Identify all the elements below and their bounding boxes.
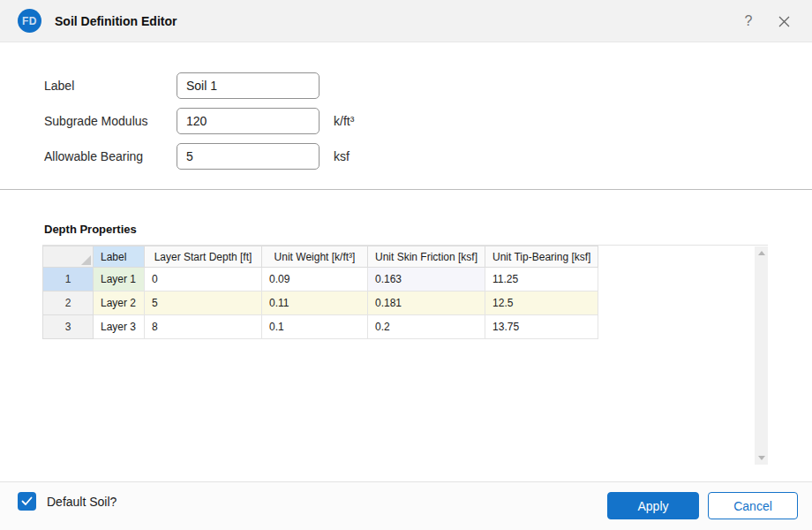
- column-header-label[interactable]: Label: [94, 246, 145, 268]
- table-row: 1 Layer 1 0 0.09 0.163 11.25: [43, 268, 598, 292]
- help-icon: ?: [745, 13, 753, 29]
- depth-properties-grid: Label Layer Start Depth [ft] Unit Weight…: [42, 245, 768, 464]
- allowable-bearing-unit: ksf: [334, 149, 350, 163]
- title-bar: FD Soil Definition Editor ?: [0, 0, 812, 42]
- logo-text: FD: [22, 15, 37, 27]
- column-header-unit-tip-bearing[interactable]: Unit Tip-Bearing [ksf]: [485, 246, 598, 268]
- cell-layer-label[interactable]: Layer 3: [94, 315, 145, 339]
- titlebar-actions: ?: [734, 0, 812, 42]
- cell-start-depth[interactable]: 0: [145, 268, 262, 292]
- label-input[interactable]: [177, 72, 320, 99]
- default-soil-checkbox-wrap[interactable]: Default Soil?: [18, 492, 117, 511]
- window-title: Soil Definition Editor: [55, 14, 177, 28]
- default-soil-label: Default Soil?: [47, 495, 117, 509]
- allowable-bearing-input[interactable]: [177, 143, 320, 170]
- form-row-subgrade-modulus: Subgrade Modulus k/ft³: [44, 108, 812, 134]
- help-button[interactable]: ?: [734, 7, 763, 35]
- cell-layer-label[interactable]: Layer 1: [94, 268, 145, 292]
- corner-triangle-icon: [81, 255, 91, 265]
- close-icon: [778, 15, 791, 28]
- cell-tip-bearing[interactable]: 13.75: [485, 315, 598, 339]
- cell-unit-weight[interactable]: 0.11: [262, 292, 368, 315]
- row-number[interactable]: 3: [43, 315, 94, 339]
- column-header-unit-weight[interactable]: Unit Weight [k/ft³]: [262, 246, 368, 268]
- column-header-unit-skin-friction[interactable]: Unit Skin Friction [ksf]: [368, 246, 485, 268]
- vertical-scrollbar[interactable]: [755, 246, 768, 465]
- subgrade-modulus-label: Subgrade Modulus: [44, 114, 177, 128]
- cell-skin-friction[interactable]: 0.181: [368, 292, 485, 315]
- depth-properties-table: Label Layer Start Depth [ft] Unit Weight…: [42, 246, 598, 339]
- row-number[interactable]: 2: [43, 292, 94, 315]
- close-button[interactable]: [770, 7, 798, 35]
- column-header-layer-start-depth[interactable]: Layer Start Depth [ft]: [145, 246, 262, 268]
- grid-header-row: Label Layer Start Depth [ft] Unit Weight…: [43, 246, 598, 268]
- grid-select-all-corner[interactable]: [43, 246, 94, 268]
- cell-start-depth[interactable]: 5: [145, 292, 262, 315]
- scroll-down-icon[interactable]: [758, 456, 765, 460]
- default-soil-checkbox[interactable]: [18, 492, 36, 511]
- subgrade-modulus-input[interactable]: [177, 108, 320, 134]
- dialog-footer: Default Soil? Apply Cancel: [0, 481, 812, 530]
- checkmark-icon: [21, 494, 33, 510]
- cell-skin-friction[interactable]: 0.163: [368, 268, 485, 292]
- cell-layer-label[interactable]: Layer 2: [94, 292, 145, 315]
- depth-properties-heading: Depth Properties: [44, 223, 137, 236]
- cell-tip-bearing[interactable]: 12.5: [485, 292, 598, 315]
- soil-definition-editor-dialog: FD Soil Definition Editor ? Label Subgra…: [0, 0, 812, 530]
- cell-skin-friction[interactable]: 0.2: [368, 315, 485, 339]
- apply-button[interactable]: Apply: [607, 492, 699, 519]
- subgrade-modulus-unit: k/ft³: [334, 114, 354, 128]
- label-field-label: Label: [44, 79, 177, 93]
- cell-start-depth[interactable]: 8: [145, 315, 262, 339]
- cell-tip-bearing[interactable]: 11.25: [485, 268, 598, 292]
- table-row: 3 Layer 3 8 0.1 0.2 13.75: [43, 315, 598, 339]
- app-logo-icon: FD: [18, 9, 41, 33]
- form-row-allowable-bearing: Allowable Bearing ksf: [44, 143, 812, 170]
- soil-properties-form: Label Subgrade Modulus k/ft³ Allowable B…: [0, 43, 812, 190]
- row-number[interactable]: 1: [43, 268, 94, 292]
- cell-unit-weight[interactable]: 0.09: [262, 268, 368, 292]
- scroll-up-icon[interactable]: [758, 251, 765, 255]
- cell-unit-weight[interactable]: 0.1: [262, 315, 368, 339]
- table-row: 2 Layer 2 5 0.11 0.181 12.5: [43, 292, 598, 315]
- allowable-bearing-label: Allowable Bearing: [44, 149, 177, 163]
- cancel-button[interactable]: Cancel: [708, 492, 798, 519]
- form-row-label: Label: [44, 72, 812, 99]
